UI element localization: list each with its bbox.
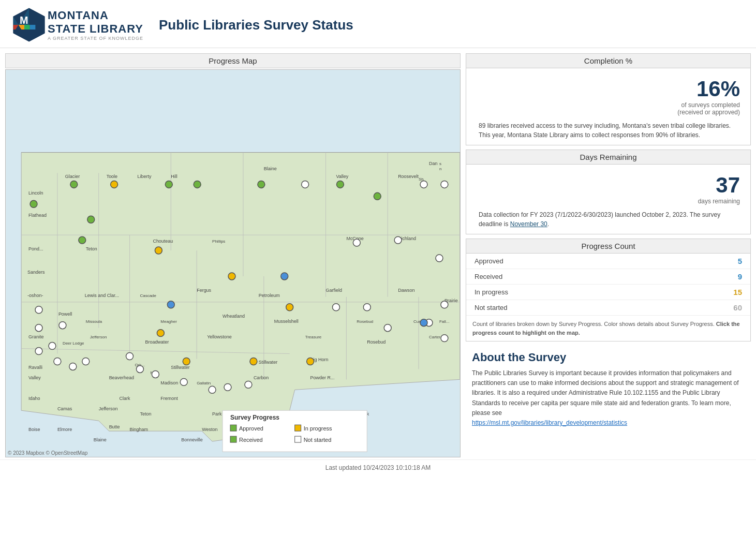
svg-point-133 [54,358,61,365]
svg-text:Park: Park [212,411,222,417]
svg-point-103 [70,181,78,188]
svg-point-146 [420,319,427,326]
svg-text:Yellowstone: Yellowstone [207,334,232,339]
svg-text:Toole: Toole [107,174,117,179]
svg-point-137 [136,365,143,373]
header: M MONTANA STATE LIBRARY A GREATER STATE … [0,0,756,48]
svg-text:Chouteau: Chouteau [153,239,173,244]
svg-point-120 [420,181,427,188]
svg-point-106 [165,181,172,188]
logo-text: MONTANA STATE LIBRARY A GREATER STATE OF… [48,9,143,41]
svg-text:Stillwater: Stillwater [259,360,277,365]
svg-point-119 [302,181,309,188]
svg-text:Valley: Valley [28,375,41,380]
svg-text:Weston: Weston [202,427,217,432]
completion-header: Completion % [466,54,750,68]
svg-text:Liberty: Liberty [137,174,151,179]
svg-text:Bonneville: Bonneville [181,437,202,442]
svg-text:Missoula: Missoula [86,319,102,324]
svg-rect-153 [295,425,301,431]
svg-text:Lincoln: Lincoln [28,190,43,196]
svg-point-113 [228,273,235,280]
svg-point-135 [82,358,90,365]
page-title: Public Libraries Survey Status [159,17,353,33]
svg-text:Sanders: Sanders [27,270,45,275]
svg-text:Flathead: Flathead [28,213,47,218]
days-description: Data collection for FY 2023 (7/1/2022-6/… [477,210,740,229]
about-link[interactable]: https://msl.mt.gov/libraries/library_dev… [472,419,627,426]
svg-point-144 [363,304,370,311]
svg-rect-7 [30,25,36,29]
svg-point-109 [336,181,344,188]
svg-text:Butte: Butte [109,424,120,429]
svg-text:Ravalli: Ravalli [28,365,42,370]
svg-point-139 [180,378,187,385]
svg-point-102 [30,200,37,207]
inprogress-label: In progress [475,288,508,296]
main-content: Progress Map [0,48,756,457]
svg-point-141 [224,383,231,391]
completion-sublabel: of surveys completed(received or approve… [477,101,740,116]
notstarted-value: 60 [733,303,742,312]
about-text-content: The Public Libraries Survey is important… [472,369,739,417]
svg-point-121 [441,181,448,188]
count-row-notstarted[interactable]: Not started 60 [466,300,750,316]
svg-point-115 [307,358,314,365]
svg-text:Powell: Powell [58,311,72,317]
svg-point-134 [69,363,77,370]
svg-text:s: s [439,162,441,167]
svg-text:Jefferson: Jefferson [99,406,118,411]
logo-tagline: A GREATER STATE OF KNOWLEDGE [48,36,143,41]
days-count: 37 [477,173,740,198]
svg-point-140 [209,386,216,393]
svg-point-110 [374,192,381,200]
svg-rect-8 [36,25,45,29]
map-svg: Lincoln Glacier Toole Liberty Hill Blain… [6,70,460,457]
completion-description: 89 libraries received access to the surv… [477,121,740,140]
svg-text:Phillips: Phillips [212,239,225,244]
svg-text:Rosebud: Rosebud [367,339,386,345]
count-row-received[interactable]: Received 9 [466,269,750,285]
svg-rect-151 [230,425,236,431]
notstarted-label: Not started [475,304,508,311]
svg-text:Hill: Hill [171,174,177,179]
svg-point-112 [155,247,162,254]
svg-text:Idaho: Idaho [28,396,40,401]
deadline-link[interactable]: November 30 [510,220,547,228]
svg-text:Fremont: Fremont [160,396,178,401]
progress-count-header: Progress Count [466,239,750,254]
progress-count-panel: Progress Count Approved 5 Received 9 In … [466,239,751,341]
svg-text:Petroleum: Petroleum [259,293,280,298]
svg-point-130 [35,306,42,314]
svg-text:Camas: Camas [57,406,72,411]
svg-text:Not started: Not started [304,437,332,443]
svg-text:Roosevelt: Roosevelt [398,174,419,179]
svg-text:-oshon-: -oshon- [27,293,43,298]
svg-text:Dawson: Dawson [398,288,414,293]
svg-text:Stillwater: Stillwater [171,365,189,370]
right-panel: Completion % 16% of surveys completed(re… [466,53,751,457]
svg-point-114 [286,304,293,311]
received-label: Received [475,273,502,280]
svg-text:Clark: Clark [120,396,130,401]
svg-text:Cascade: Cascade [140,293,156,298]
svg-text:Rosebud: Rosebud [357,319,373,324]
count-row-inprogress[interactable]: In progress 15 [466,285,750,300]
svg-text:Survey Progress: Survey Progress [230,414,279,421]
svg-text:Fall...: Fall... [439,319,449,324]
logo-state-library: STATE LIBRARY [48,22,143,36]
inprogress-value: 15 [733,288,742,296]
svg-point-123 [353,239,360,246]
svg-point-107 [194,181,201,188]
svg-text:Garfield: Garfield [326,288,342,293]
svg-rect-157 [295,436,301,442]
approved-value: 5 [738,257,742,265]
svg-rect-3 [29,8,45,25]
svg-point-143 [332,304,339,311]
svg-text:Approved: Approved [239,425,263,432]
footer: Last updated 10/24/2023 10:10:18 AM [0,459,756,475]
progress-count-box: Approved 5 Received 9 In progress 15 Not… [466,254,750,341]
map-container[interactable]: Lincoln Glacier Toole Liberty Hill Blain… [5,69,461,457]
svg-point-131 [49,343,56,350]
count-row-approved[interactable]: Approved 5 [466,254,750,269]
